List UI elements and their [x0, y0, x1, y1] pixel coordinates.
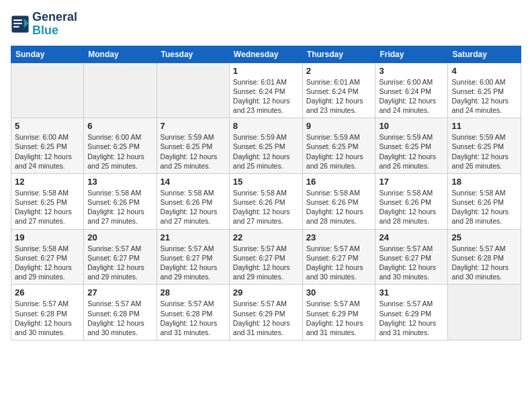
- calendar-cell: 6Sunrise: 6:00 AM Sunset: 6:25 PM Daylig…: [84, 118, 157, 174]
- calendar-week-5: 26Sunrise: 5:57 AM Sunset: 6:28 PM Dayli…: [11, 285, 521, 340]
- day-number: 8: [233, 121, 299, 131]
- weekday-header-thursday: Thursday: [302, 46, 375, 62]
- calendar-week-1: 1Sunrise: 6:01 AM Sunset: 6:24 PM Daylig…: [11, 62, 521, 118]
- svg-rect-2: [13, 19, 22, 21]
- calendar-cell: 10Sunrise: 5:59 AM Sunset: 6:25 PM Dayli…: [375, 118, 448, 174]
- day-info: Sunrise: 5:59 AM Sunset: 6:25 PM Dayligh…: [379, 132, 444, 171]
- day-number: 22: [233, 232, 299, 242]
- day-info: Sunrise: 6:01 AM Sunset: 6:24 PM Dayligh…: [306, 77, 372, 116]
- day-number: 29: [233, 287, 299, 298]
- day-info: Sunrise: 5:58 AM Sunset: 6:26 PM Dayligh…: [161, 188, 226, 226]
- day-number: 24: [379, 232, 444, 242]
- day-number: 5: [15, 121, 80, 131]
- weekday-header-friday: Friday: [375, 46, 448, 62]
- calendar-cell: 5Sunrise: 6:00 AM Sunset: 6:25 PM Daylig…: [11, 118, 84, 174]
- weekday-header-wednesday: Wednesday: [229, 46, 302, 62]
- day-number: 27: [87, 287, 152, 298]
- calendar-cell: 11Sunrise: 5:59 AM Sunset: 6:25 PM Dayli…: [448, 118, 521, 174]
- calendar-cell: 17Sunrise: 5:58 AM Sunset: 6:26 PM Dayli…: [375, 173, 448, 229]
- day-info: Sunrise: 5:57 AM Sunset: 6:27 PM Dayligh…: [306, 244, 372, 282]
- calendar-cell: [84, 62, 157, 118]
- day-info: Sunrise: 5:57 AM Sunset: 6:28 PM Dayligh…: [15, 299, 80, 337]
- day-info: Sunrise: 5:58 AM Sunset: 6:26 PM Dayligh…: [233, 188, 299, 226]
- day-number: 15: [233, 177, 299, 187]
- day-info: Sunrise: 5:59 AM Sunset: 6:25 PM Dayligh…: [161, 132, 226, 171]
- calendar-cell: 28Sunrise: 5:57 AM Sunset: 6:28 PM Dayli…: [157, 285, 229, 340]
- calendar-table: SundayMondayTuesdayWednesdayThursdayFrid…: [11, 46, 521, 340]
- day-number: 4: [451, 66, 517, 76]
- logo-icon: [11, 15, 30, 34]
- day-info: Sunrise: 6:00 AM Sunset: 6:24 PM Dayligh…: [379, 77, 444, 116]
- calendar-cell: 3Sunrise: 6:00 AM Sunset: 6:24 PM Daylig…: [375, 62, 448, 118]
- calendar-cell: 1Sunrise: 6:01 AM Sunset: 6:24 PM Daylig…: [229, 62, 302, 118]
- day-info: Sunrise: 5:57 AM Sunset: 6:29 PM Dayligh…: [379, 299, 444, 337]
- day-info: Sunrise: 5:59 AM Sunset: 6:25 PM Dayligh…: [451, 132, 517, 171]
- weekday-header-sunday: Sunday: [11, 46, 84, 62]
- day-number: 25: [451, 232, 517, 242]
- calendar-cell: 9Sunrise: 5:59 AM Sunset: 6:25 PM Daylig…: [302, 118, 375, 174]
- day-number: 12: [15, 177, 80, 187]
- calendar-cell: 29Sunrise: 5:57 AM Sunset: 6:29 PM Dayli…: [229, 285, 302, 340]
- calendar-cell: [11, 62, 84, 118]
- day-info: Sunrise: 5:57 AM Sunset: 6:27 PM Dayligh…: [379, 244, 444, 282]
- day-info: Sunrise: 5:57 AM Sunset: 6:29 PM Dayligh…: [233, 299, 299, 337]
- calendar-cell: 24Sunrise: 5:57 AM Sunset: 6:27 PM Dayli…: [375, 229, 448, 285]
- calendar-week-2: 5Sunrise: 6:00 AM Sunset: 6:25 PM Daylig…: [11, 118, 521, 174]
- day-info: Sunrise: 5:58 AM Sunset: 6:26 PM Dayligh…: [451, 188, 517, 226]
- weekday-header-saturday: Saturday: [448, 46, 521, 62]
- calendar-cell: 19Sunrise: 5:58 AM Sunset: 6:27 PM Dayli…: [11, 229, 84, 285]
- page-header: GeneralBlue: [11, 11, 521, 38]
- day-number: 6: [87, 121, 152, 131]
- day-info: Sunrise: 5:58 AM Sunset: 6:26 PM Dayligh…: [87, 188, 152, 226]
- day-number: 13: [87, 177, 152, 187]
- day-info: Sunrise: 5:57 AM Sunset: 6:28 PM Dayligh…: [161, 299, 226, 337]
- day-number: 21: [161, 232, 226, 242]
- calendar-cell: 30Sunrise: 5:57 AM Sunset: 6:29 PM Dayli…: [302, 285, 375, 340]
- day-info: Sunrise: 5:58 AM Sunset: 6:25 PM Dayligh…: [15, 188, 80, 226]
- calendar-header: SundayMondayTuesdayWednesdayThursdayFrid…: [11, 46, 521, 62]
- day-number: 3: [379, 66, 444, 76]
- day-info: Sunrise: 6:00 AM Sunset: 6:25 PM Dayligh…: [87, 132, 152, 171]
- day-info: Sunrise: 5:58 AM Sunset: 6:26 PM Dayligh…: [306, 188, 372, 226]
- day-info: Sunrise: 5:58 AM Sunset: 6:27 PM Dayligh…: [15, 244, 80, 282]
- day-number: 26: [15, 287, 80, 298]
- calendar-cell: 27Sunrise: 5:57 AM Sunset: 6:28 PM Dayli…: [84, 285, 157, 340]
- day-number: 30: [306, 287, 372, 298]
- day-info: Sunrise: 5:59 AM Sunset: 6:25 PM Dayligh…: [306, 132, 372, 171]
- calendar-cell: 21Sunrise: 5:57 AM Sunset: 6:27 PM Dayli…: [157, 229, 229, 285]
- svg-rect-3: [13, 23, 22, 24]
- day-number: 31: [379, 287, 444, 298]
- logo: GeneralBlue: [11, 11, 77, 38]
- day-info: Sunrise: 5:57 AM Sunset: 6:29 PM Dayligh…: [306, 299, 372, 337]
- day-info: Sunrise: 5:57 AM Sunset: 6:27 PM Dayligh…: [87, 244, 152, 282]
- calendar-cell: [448, 285, 521, 340]
- day-number: 11: [451, 121, 517, 131]
- calendar-cell: 26Sunrise: 5:57 AM Sunset: 6:28 PM Dayli…: [11, 285, 84, 340]
- day-number: 7: [161, 121, 226, 131]
- calendar-cell: 15Sunrise: 5:58 AM Sunset: 6:26 PM Dayli…: [229, 173, 302, 229]
- calendar-cell: 8Sunrise: 5:59 AM Sunset: 6:25 PM Daylig…: [229, 118, 302, 174]
- day-number: 1: [233, 66, 299, 76]
- calendar-week-4: 19Sunrise: 5:58 AM Sunset: 6:27 PM Dayli…: [11, 229, 521, 285]
- calendar-cell: 22Sunrise: 5:57 AM Sunset: 6:27 PM Dayli…: [229, 229, 302, 285]
- day-info: Sunrise: 5:57 AM Sunset: 6:27 PM Dayligh…: [161, 244, 226, 282]
- calendar-cell: 16Sunrise: 5:58 AM Sunset: 6:26 PM Dayli…: [302, 173, 375, 229]
- day-number: 19: [15, 232, 80, 242]
- day-info: Sunrise: 5:57 AM Sunset: 6:28 PM Dayligh…: [451, 244, 517, 282]
- day-number: 28: [161, 287, 226, 298]
- day-info: Sunrise: 5:59 AM Sunset: 6:25 PM Dayligh…: [233, 132, 299, 171]
- weekday-row: SundayMondayTuesdayWednesdayThursdayFrid…: [11, 46, 521, 62]
- logo-text: GeneralBlue: [32, 11, 77, 38]
- day-number: 18: [451, 177, 517, 187]
- day-info: Sunrise: 6:01 AM Sunset: 6:24 PM Dayligh…: [233, 77, 299, 116]
- calendar-cell: 25Sunrise: 5:57 AM Sunset: 6:28 PM Dayli…: [448, 229, 521, 285]
- calendar-cell: [157, 62, 229, 118]
- day-info: Sunrise: 5:58 AM Sunset: 6:26 PM Dayligh…: [379, 188, 444, 226]
- svg-rect-4: [13, 26, 19, 28]
- calendar-cell: 7Sunrise: 5:59 AM Sunset: 6:25 PM Daylig…: [157, 118, 229, 174]
- calendar-cell: 31Sunrise: 5:57 AM Sunset: 6:29 PM Dayli…: [375, 285, 448, 340]
- day-number: 10: [379, 121, 444, 131]
- calendar-cell: 12Sunrise: 5:58 AM Sunset: 6:25 PM Dayli…: [11, 173, 84, 229]
- calendar-cell: 4Sunrise: 6:00 AM Sunset: 6:25 PM Daylig…: [448, 62, 521, 118]
- calendar-cell: 23Sunrise: 5:57 AM Sunset: 6:27 PM Dayli…: [302, 229, 375, 285]
